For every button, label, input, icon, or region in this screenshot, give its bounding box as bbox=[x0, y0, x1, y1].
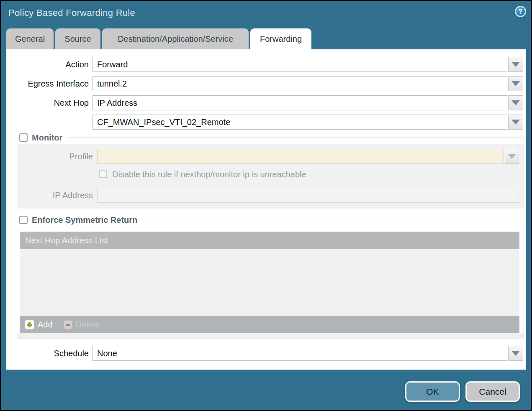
next-hop-address-list-header: Next Hop Address List bbox=[20, 232, 519, 249]
help-icon-glyph: ? bbox=[519, 8, 523, 15]
delete-button-label: Delete bbox=[76, 320, 100, 329]
delete-button: Delete bbox=[64, 320, 100, 329]
tab-forwarding-label: Forwarding bbox=[260, 34, 302, 44]
tab-general[interactable]: General bbox=[6, 28, 54, 49]
table-bottom-spacer bbox=[17, 333, 524, 339]
disable-rule-checkbox bbox=[99, 170, 107, 178]
cancel-button[interactable]: Cancel bbox=[465, 381, 520, 402]
tab-source[interactable]: Source bbox=[55, 28, 100, 49]
chevron-down-icon bbox=[511, 62, 520, 67]
next-hop-label: Next Hop bbox=[0, 95, 89, 110]
chevron-down-icon bbox=[508, 154, 516, 159]
profile-label: Profile bbox=[0, 149, 93, 164]
chevron-down-icon bbox=[511, 120, 520, 125]
tab-source-label: Source bbox=[64, 34, 91, 44]
monitor-ip-address-label: IP Address bbox=[0, 188, 93, 203]
screen: Policy Based Forwarding Rule ? General S… bbox=[0, 0, 532, 411]
tab-destination-application-service[interactable]: Destination/Application/Service bbox=[102, 28, 249, 49]
monitor-legend-label: Monitor bbox=[32, 133, 62, 143]
egress-interface-select[interactable]: tunnel.2 bbox=[93, 76, 507, 91]
add-button-label: Add bbox=[38, 320, 53, 329]
schedule-dropdown-button[interactable] bbox=[508, 346, 523, 361]
symmetric-return-legend: Enforce Symmetric Return bbox=[18, 215, 142, 225]
profile-select bbox=[97, 149, 504, 164]
chevron-down-icon bbox=[511, 81, 520, 86]
chevron-down-icon bbox=[511, 351, 520, 356]
next-hop-address-dropdown-button[interactable] bbox=[508, 115, 523, 130]
symmetric-return-legend-label: Enforce Symmetric Return bbox=[32, 215, 137, 225]
monitor-checkbox[interactable] bbox=[19, 133, 28, 142]
tab-forwarding[interactable]: Forwarding bbox=[250, 28, 311, 49]
tab-general-label: General bbox=[15, 34, 45, 44]
add-plus-icon bbox=[25, 320, 34, 329]
add-button[interactable]: Add bbox=[25, 320, 53, 329]
next-hop-select[interactable]: IP Address bbox=[93, 95, 507, 110]
action-label: Action bbox=[0, 57, 89, 72]
ok-button[interactable]: OK bbox=[405, 381, 460, 402]
egress-interface-label: Egress Interface bbox=[0, 76, 89, 91]
next-hop-address-list-toolbar: Add Delete bbox=[20, 316, 519, 333]
dialog-title: Policy Based Forwarding Rule bbox=[8, 8, 135, 18]
action-select[interactable]: Forward bbox=[93, 57, 507, 72]
schedule-select[interactable]: None bbox=[93, 346, 507, 361]
schedule-label: Schedule bbox=[0, 346, 89, 361]
chevron-down-icon bbox=[511, 100, 520, 105]
help-icon[interactable]: ? bbox=[515, 6, 526, 17]
tab-bar: General Source Destination/Application/S… bbox=[6, 28, 311, 49]
next-hop-dropdown-button[interactable] bbox=[508, 95, 523, 110]
delete-minus-icon bbox=[64, 320, 72, 329]
monitor-ip-address-input bbox=[97, 188, 519, 203]
egress-interface-dropdown-button[interactable] bbox=[508, 76, 523, 91]
monitor-legend: Monitor bbox=[18, 133, 67, 143]
action-dropdown-button[interactable] bbox=[508, 57, 523, 72]
tab-destination-label: Destination/Application/Service bbox=[118, 34, 233, 44]
next-hop-address-select[interactable]: CF_MWAN_IPsec_VTI_02_Remote bbox=[93, 115, 507, 130]
symmetric-return-checkbox[interactable] bbox=[19, 216, 28, 224]
next-hop-address-list-body[interactable] bbox=[20, 249, 519, 316]
disable-rule-label: Disable this rule if nexthop/monitor ip … bbox=[112, 170, 306, 179]
profile-dropdown-button bbox=[505, 149, 519, 164]
